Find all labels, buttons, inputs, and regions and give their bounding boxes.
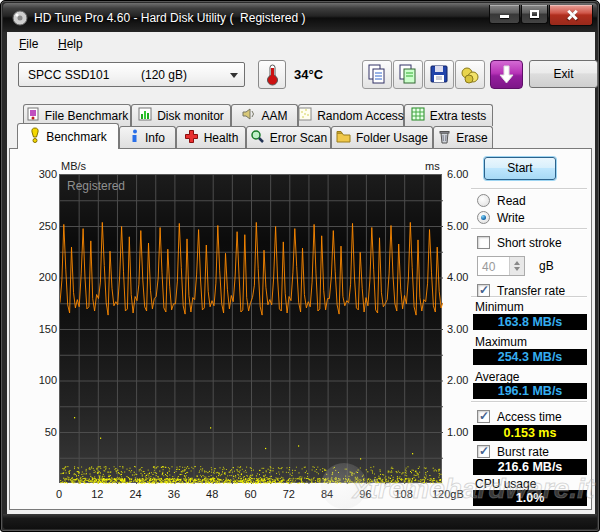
drive-size: (120 gB) <box>141 68 187 82</box>
tab-info[interactable]: Info <box>119 126 176 148</box>
tab-erase[interactable]: Erase <box>433 126 493 148</box>
svg-text:Registered: Registered <box>67 179 125 193</box>
maximum-label: Maximum <box>475 335 527 349</box>
short-stroke-checkbox[interactable] <box>477 236 490 249</box>
x-tick: 24 <box>116 488 156 500</box>
tab-aam[interactable]: AAM <box>231 104 298 126</box>
menu-file[interactable]: File <box>19 37 38 51</box>
x-tick: 48 <box>192 488 232 500</box>
health-icon <box>184 129 199 147</box>
burst-rate-label: Burst rate <box>497 445 549 459</box>
y-left-tick: 100 <box>23 374 57 386</box>
access-time-value: 0.153 ms <box>473 425 587 441</box>
options-icon <box>456 61 484 88</box>
benchmark-chart: Registered <box>59 174 442 483</box>
close-button[interactable] <box>549 5 593 26</box>
folder-icon <box>336 130 351 146</box>
tab-random-access[interactable]: Random Access <box>298 104 404 126</box>
maximize-icon <box>530 10 539 18</box>
save-icon <box>425 61 453 88</box>
client-area: File Help SPCC SSD101 (120 gB) 34°C <box>7 32 595 516</box>
menu-help[interactable]: Help <box>58 37 83 51</box>
separator <box>471 228 587 230</box>
short-stroke-value: 40 <box>482 260 495 274</box>
site-watermark: xtremehardware.it <box>353 473 594 505</box>
minimum-label: Minimum <box>475 300 524 314</box>
short-stroke-spinner[interactable]: 40 <box>477 256 525 276</box>
copy-button[interactable] <box>362 60 392 89</box>
temperature-value: 34°C <box>294 67 323 82</box>
write-radio[interactable] <box>477 211 490 224</box>
y-right-tick: 6.00 <box>447 168 468 180</box>
y-right-axis-label: ms <box>425 160 445 172</box>
x-tick: 12 <box>77 488 117 500</box>
separator <box>471 401 587 403</box>
benchmark-icon <box>29 127 41 146</box>
read-label: Read <box>497 194 526 208</box>
chart-canvas: Registered <box>60 175 443 484</box>
app-icon <box>12 10 28 26</box>
short-stroke-label: Short stroke <box>497 236 562 250</box>
title-bar: HD Tune Pro 4.60 - Hard Disk Utility ( R… <box>3 3 597 32</box>
minimum-value: 163.8 MB/s <box>473 314 587 330</box>
y-left-tick: 50 <box>23 426 57 438</box>
tab-strip: File BenchmarkDisk monitorAAMRandom Acce… <box>7 99 595 149</box>
y-left-tick: 300 <box>23 168 57 180</box>
y-right-tick: 4.00 <box>447 271 468 283</box>
tab-health[interactable]: Health <box>176 126 246 148</box>
read-radio[interactable] <box>477 194 490 207</box>
copy-screenshot-icon <box>394 61 422 88</box>
burst-rate-checkbox[interactable] <box>477 445 490 458</box>
info-icon <box>130 129 140 147</box>
tab-disk-monitor[interactable]: Disk monitor <box>131 104 231 126</box>
app-window: HD Tune Pro 4.60 - Hard Disk Utility ( R… <box>0 0 600 532</box>
window-bottom-frame <box>3 514 597 529</box>
y-right-tick: 2.00 <box>447 374 468 386</box>
y-right-tick: 3.00 <box>447 323 468 335</box>
download-arrow-icon <box>491 61 522 88</box>
download-button[interactable] <box>490 60 523 89</box>
random-access-icon <box>298 107 312 124</box>
menu-bar: File Help <box>7 32 595 57</box>
average-label: Average <box>475 370 519 384</box>
save-button[interactable] <box>424 60 454 89</box>
tab-error-scan[interactable]: Error Scan <box>246 126 331 148</box>
extra-tests-icon <box>411 107 425 124</box>
tab-benchmark[interactable]: Benchmark <box>17 123 119 149</box>
x-tick: 60 <box>231 488 271 500</box>
copy-icon <box>363 61 391 88</box>
thermometer-icon <box>259 61 285 88</box>
y-left-tick: 200 <box>23 271 57 283</box>
drive-select[interactable]: SPCC SSD101 (120 gB) <box>18 62 245 87</box>
options-button[interactable] <box>455 60 485 89</box>
y-left-tick: 250 <box>23 220 57 232</box>
error-scan-icon <box>250 129 265 147</box>
y-right-tick: 1.00 <box>447 426 468 438</box>
maximum-value: 254.3 MB/s <box>473 349 587 365</box>
tab-folder-usage[interactable]: Folder Usage <box>331 126 433 148</box>
access-time-label: Access time <box>497 410 562 424</box>
average-value: 196.1 MB/s <box>473 383 587 399</box>
close-icon <box>567 10 577 20</box>
x-tick: 0 <box>39 488 79 500</box>
copy-screenshot-button[interactable] <box>393 60 423 89</box>
exit-button[interactable]: Exit <box>529 60 598 88</box>
watermark-logo <box>321 463 367 509</box>
x-tick: 72 <box>269 488 309 500</box>
y-left-axis-label: MB/s <box>61 160 86 172</box>
erase-icon <box>438 129 451 147</box>
spinner-arrows-icon[interactable] <box>509 257 524 275</box>
speaker-icon <box>241 107 256 124</box>
tab-extra-tests[interactable]: Extra tests <box>404 104 493 126</box>
minimize-icon <box>500 15 509 18</box>
y-left-tick: 150 <box>23 323 57 335</box>
maximize-button[interactable] <box>521 5 548 24</box>
write-label: Write <box>497 211 525 225</box>
transfer-rate-checkbox[interactable] <box>477 284 490 297</box>
start-button[interactable]: Start <box>484 157 556 180</box>
minimize-button[interactable] <box>489 5 520 24</box>
temperature-button[interactable] <box>258 60 286 89</box>
short-stroke-unit: gB <box>539 259 554 273</box>
x-tick: 36 <box>154 488 194 500</box>
access-time-checkbox[interactable] <box>477 410 490 423</box>
